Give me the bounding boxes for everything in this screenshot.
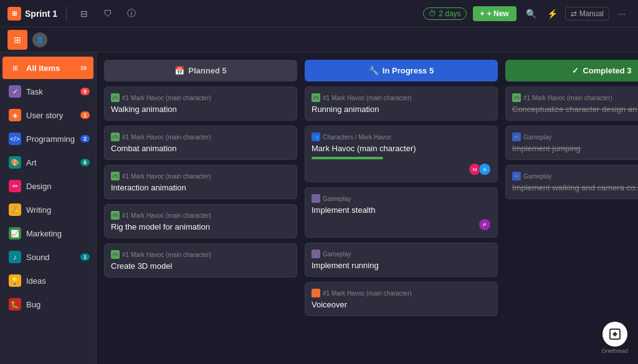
card-title: Walking animation [111, 105, 290, 114]
sidebar-item-user-story[interactable]: ◈ User story 1 [2, 104, 93, 126]
card-title: Conceptualize character design an... [512, 105, 638, 114]
card-combat-animation[interactable]: 🎮 #1 Mark Havoc (main character) Combat … [104, 126, 297, 160]
avatar: A [478, 163, 491, 175]
sound-icon: ♪ [9, 251, 21, 263]
card-interaction-animation[interactable]: 🎮 #1 Mark Havoc (main character) Interac… [104, 165, 297, 199]
layout-icon[interactable]: ⊟ [75, 5, 93, 22]
card-implement-running[interactable]: 🎮 Gameplay Implement running [305, 243, 498, 277]
card-type-icon: 👥 [312, 133, 320, 141]
card-type-icon: 🎮 [111, 211, 120, 220]
kanban-board: 📅 Planned 5 🎮 #1 Mark Havoc (main charac… [97, 52, 638, 364]
card-title: Running animation [312, 105, 491, 114]
card-type-icon: 🎮 [512, 133, 521, 141]
card-title: Implement jumping [512, 144, 638, 153]
user-story-badge: 1 [80, 111, 90, 119]
art-badge: 6 [80, 159, 90, 166]
timer-badge: ⏱ 2 days [423, 7, 466, 20]
card-type-icon: 🎮 [111, 133, 120, 141]
card-implement-walking[interactable]: 🎮 Gameplay Implement walking and camera … [505, 165, 638, 199]
user-story-label: User story [26, 111, 63, 120]
grid-view-button[interactable]: ⊞ [7, 30, 27, 50]
task-icon: ✓ [9, 85, 21, 98]
card-meta: 🎮 Gameplay [512, 133, 638, 141]
card-meta-text: #1 Mark Havoc (main character) [323, 290, 412, 297]
search-icon[interactable]: 🔍 [523, 5, 540, 22]
new-button[interactable]: + + New [473, 6, 517, 21]
card-meta: 🎮 Gameplay [512, 172, 638, 180]
card-walking-animation[interactable]: 🎮 #1 Mark Havoc (main character) Walking… [104, 86, 297, 121]
manual-label: Manual [579, 9, 604, 18]
app-logo: ⊞ [7, 7, 21, 21]
watermark: Onethread [601, 322, 628, 354]
avatar-group: P [478, 218, 491, 231]
sprint-title[interactable]: ⊞ Sprint 1 [7, 7, 57, 21]
timer-icon: ⏱ [429, 9, 436, 18]
completed-header: ✓ Completed 3 [505, 60, 638, 82]
ideas-icon: 💡 [9, 274, 21, 287]
user-avatar-filter[interactable]: 👤 [32, 32, 47, 47]
sound-badge: 1 [80, 253, 90, 261]
main-layout: ⊞ All items 10 ✓ Task 9 ◈ User story 1 <… [0, 52, 638, 364]
card-type-icon: 🎮 [111, 250, 120, 259]
more-icon[interactable]: ··· [613, 5, 631, 22]
card-meta-text: #1 Mark Havoc (main character) [122, 212, 211, 219]
manual-icon: ⇄ [571, 9, 577, 18]
card-meta: 🎮 #1 Mark Havoc (main character) [512, 93, 638, 102]
card-progress-bar [312, 157, 383, 159]
sidebar-item-art[interactable]: 🎨 Art 6 [2, 151, 93, 174]
sidebar-item-bug[interactable]: 🐛 Bug [2, 293, 93, 315]
card-implement-stealth[interactable]: 🎮 Gameplay Implement stealth P [305, 187, 498, 238]
card-meta-text: Gameplay [323, 251, 351, 258]
secondbar: ⊞ 👤 [0, 27, 638, 52]
card-mark-havoc-character[interactable]: 👥 Characters / Mark Havoc Mark Havoc (ma… [305, 126, 498, 182]
writing-icon: ✍ [9, 203, 21, 216]
card-meta: 🎙 #1 Mark Havoc (main character) [312, 289, 491, 297]
card-type-icon: 🎮 [111, 93, 120, 102]
card-title: Voiceover [312, 300, 491, 309]
sidebar: ⊞ All items 10 ✓ Task 9 ◈ User story 1 <… [0, 52, 97, 364]
sidebar-item-programming[interactable]: </> Programming 2 [2, 128, 93, 150]
card-rig-model[interactable]: 🎮 #1 Mark Havoc (main character) Rig the… [104, 204, 297, 238]
card-type-icon: 🎮 [312, 250, 320, 258]
filter-icon[interactable]: ⚡ [544, 5, 561, 22]
sidebar-item-task[interactable]: ✓ Task 9 [2, 80, 93, 103]
planned-column: 📅 Planned 5 🎮 #1 Mark Havoc (main charac… [104, 60, 297, 357]
sidebar-item-design[interactable]: ✏ Design [2, 175, 93, 197]
card-meta-text: Characters / Mark Havoc [323, 134, 392, 141]
info-icon[interactable]: ⓘ [123, 5, 140, 22]
card-title: Interaction animation [111, 183, 290, 192]
watermark-logo [602, 322, 627, 347]
programming-label: Programming [26, 134, 75, 144]
card-type-icon: 🎮 [111, 172, 120, 180]
card-voiceover[interactable]: 🎙 #1 Mark Havoc (main character) Voiceov… [305, 282, 498, 316]
card-meta-text: #1 Mark Havoc (main character) [122, 134, 211, 141]
sidebar-item-all-items[interactable]: ⊞ All items 10 [2, 57, 93, 79]
card-title: Create 3D model [111, 261, 290, 271]
card-meta: 🎮 Gameplay [312, 194, 491, 203]
sidebar-item-marketing[interactable]: 📈 Marketing [2, 222, 93, 245]
all-items-label: All items [26, 63, 60, 73]
card-footer: P [312, 218, 491, 231]
card-meta: 🎮 #1 Mark Havoc (main character) [111, 133, 290, 141]
watermark-text: Onethread [601, 348, 628, 354]
card-conceptualize[interactable]: 🎮 #1 Mark Havoc (main character) Concept… [505, 86, 638, 121]
sidebar-item-writing[interactable]: ✍ Writing [2, 198, 93, 221]
card-running-animation[interactable]: 🎮 #1 Mark Havoc (main character) Running… [305, 86, 498, 121]
inprogress-icon: 🔧 [369, 66, 379, 75]
new-icon: + [480, 9, 485, 18]
planned-title: Planned 5 [188, 66, 226, 75]
marketing-label: Marketing [26, 229, 62, 238]
card-meta: 🎮 Gameplay [312, 250, 491, 258]
card-create-3d[interactable]: 🎮 #1 Mark Havoc (main character) Create … [104, 243, 297, 278]
sidebar-item-ideas[interactable]: 💡 Ideas [2, 269, 93, 292]
card-title: Implement stealth [312, 205, 491, 215]
planned-header: 📅 Planned 5 [104, 60, 297, 82]
hierarchy-icon[interactable]: ⛉ [99, 5, 117, 22]
avatar-group: M A [469, 163, 491, 175]
card-meta-text: Gameplay [523, 173, 552, 180]
sidebar-item-sound[interactable]: ♪ Sound 1 [2, 246, 93, 268]
manual-button[interactable]: ⇄ Manual [565, 7, 609, 21]
timer-value: 2 days [439, 9, 460, 18]
card-implement-jumping[interactable]: 🎮 Gameplay Implement jumping [505, 126, 638, 160]
card-type-icon: 🎮 [312, 93, 320, 102]
